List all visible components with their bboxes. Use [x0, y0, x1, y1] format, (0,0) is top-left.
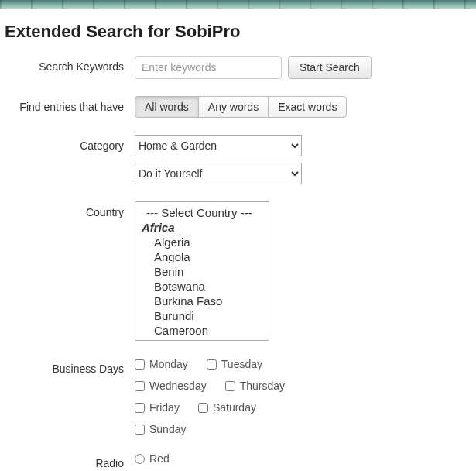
- country-option[interactable]: Botswana: [135, 279, 269, 294]
- match-type-group: All words Any words Exact words: [135, 96, 347, 118]
- checkbox-monday[interactable]: [135, 359, 145, 370]
- match-exact-words[interactable]: Exact words: [268, 96, 347, 118]
- checkbox-thursday[interactable]: [225, 381, 235, 391]
- checkbox-wednesday[interactable]: [135, 381, 145, 391]
- label-tuesday[interactable]: Tuesday: [221, 358, 262, 370]
- header-banner: [0, 0, 476, 9]
- label-business-days: Business Days: [5, 358, 135, 375]
- label-sunday[interactable]: Sunday: [149, 423, 186, 435]
- row-match-type: Find entries that have All words Any wor…: [5, 96, 471, 118]
- country-option[interactable]: Benin: [135, 264, 269, 279]
- row-category: Category Home & Garden Do it Yourself: [5, 135, 471, 184]
- label-saturday[interactable]: Saturday: [213, 401, 256, 414]
- radio-group: Red Green Yellow: [135, 452, 188, 471]
- category-primary-select[interactable]: Home & Garden: [135, 135, 302, 156]
- label-friday[interactable]: Friday: [149, 401, 180, 414]
- start-search-button[interactable]: Start Search: [288, 56, 372, 79]
- label-red[interactable]: Red: [149, 452, 170, 465]
- row-business-days: Business Days Monday Tuesday Wednesday T…: [5, 358, 471, 435]
- country-group-africa[interactable]: Africa: [135, 220, 269, 235]
- country-option-placeholder[interactable]: --- Select Country ---: [135, 205, 269, 220]
- checkbox-saturday[interactable]: [198, 403, 208, 413]
- country-option[interactable]: Burundi: [135, 308, 269, 323]
- label-thursday[interactable]: Thursday: [240, 380, 285, 392]
- row-search-keywords: Search Keywords Start Search: [5, 56, 471, 79]
- page-title: Extended Search for SobiPro: [5, 22, 471, 42]
- label-monday[interactable]: Monday: [149, 358, 188, 370]
- search-input[interactable]: [135, 56, 282, 79]
- row-country: Country --- Select Country --- Africa Al…: [5, 201, 471, 341]
- radio-red[interactable]: [135, 454, 145, 464]
- checkbox-friday[interactable]: [135, 403, 145, 413]
- country-listbox[interactable]: --- Select Country --- Africa Algeria An…: [135, 201, 269, 341]
- label-search-keywords: Search Keywords: [5, 56, 135, 73]
- label-match-type: Find entries that have: [5, 96, 135, 113]
- form-container: Extended Search for SobiPro Search Keywo…: [0, 9, 476, 471]
- match-all-words[interactable]: All words: [135, 96, 198, 118]
- days-grid: Monday Tuesday Wednesday Thursday Friday…: [135, 358, 293, 435]
- label-category: Category: [5, 135, 135, 152]
- match-any-words[interactable]: Any words: [198, 96, 268, 118]
- category-secondary-select[interactable]: Do it Yourself: [135, 163, 302, 184]
- label-country: Country: [5, 201, 135, 218]
- checkbox-sunday[interactable]: [135, 425, 145, 435]
- country-option[interactable]: Burkina Faso: [135, 294, 269, 308]
- row-radio: Radio Red Green Yellow: [5, 452, 471, 471]
- country-option[interactable]: Algeria: [135, 235, 269, 249]
- label-radio: Radio: [5, 452, 135, 469]
- country-option[interactable]: Cape Verde: [135, 338, 269, 341]
- country-option[interactable]: Angola: [135, 249, 269, 264]
- label-wednesday[interactable]: Wednesday: [149, 380, 207, 392]
- country-option[interactable]: Cameroon: [135, 323, 269, 338]
- checkbox-tuesday[interactable]: [207, 359, 217, 370]
